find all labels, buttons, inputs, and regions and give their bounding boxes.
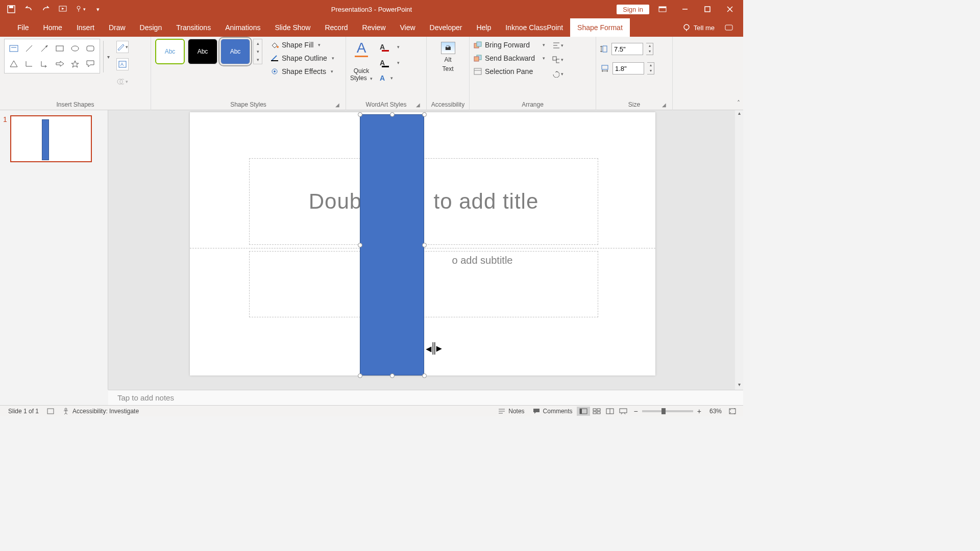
selection-pane-button[interactable]: Selection Pane bbox=[474, 67, 545, 76]
tab-classpoint[interactable]: Inknoe ClassPoint bbox=[498, 18, 570, 37]
tab-slideshow[interactable]: Slide Show bbox=[267, 18, 317, 37]
selection-handle-e[interactable] bbox=[422, 243, 427, 247]
tab-animations[interactable]: Animations bbox=[218, 18, 267, 37]
align-button[interactable]: ▾ bbox=[552, 41, 564, 50]
tab-insert[interactable]: Insert bbox=[69, 18, 102, 37]
tab-review[interactable]: Review bbox=[355, 18, 393, 37]
tab-shape-format[interactable]: Shape Format bbox=[570, 18, 630, 37]
triangle-shape-icon[interactable] bbox=[7, 57, 21, 71]
rounded-rect-shape-icon[interactable] bbox=[83, 41, 97, 56]
tab-record[interactable]: Record bbox=[317, 18, 355, 37]
tab-home[interactable]: Home bbox=[36, 18, 69, 37]
style-preset-2[interactable]: Abc bbox=[188, 39, 217, 64]
comments-toggle[interactable]: Comments bbox=[529, 408, 577, 415]
vertical-scrollbar[interactable]: ▴ ▾ bbox=[735, 110, 743, 390]
text-outline-button[interactable]: A▾ bbox=[378, 58, 400, 67]
touch-mode-icon[interactable]: ▾ bbox=[76, 4, 86, 14]
height-spinner[interactable]: ▴▾ bbox=[646, 43, 653, 55]
selection-handle-nw[interactable] bbox=[358, 112, 362, 117]
zoom-slider[interactable] bbox=[642, 410, 693, 412]
minimize-icon[interactable] bbox=[676, 2, 694, 16]
fit-to-window-icon[interactable] bbox=[726, 407, 739, 416]
sign-in-button[interactable]: Sign in bbox=[617, 5, 649, 14]
rectangle-shape-icon[interactable] bbox=[53, 41, 67, 56]
tab-developer[interactable]: Developer bbox=[423, 18, 470, 37]
elbow-arrow-connector-icon[interactable] bbox=[37, 57, 52, 71]
shape-styles-more[interactable]: ▴▾▾ bbox=[253, 39, 262, 64]
tab-transitions[interactable]: Transitions bbox=[169, 18, 218, 37]
merge-shapes-icon[interactable]: ▾ bbox=[116, 76, 129, 88]
line-arrow-shape-icon[interactable] bbox=[37, 41, 52, 56]
shape-width-input[interactable] bbox=[612, 62, 644, 74]
undo-icon[interactable] bbox=[23, 4, 34, 14]
shape-styles-dialog-launcher-icon[interactable]: ◢ bbox=[334, 102, 340, 108]
customize-qat-icon[interactable]: ▾ bbox=[93, 4, 103, 14]
shape-height-input[interactable] bbox=[611, 43, 643, 55]
selection-handle-sw[interactable] bbox=[358, 373, 362, 378]
arrow-right-shape-icon[interactable] bbox=[53, 57, 67, 71]
size-dialog-launcher-icon[interactable]: ◢ bbox=[661, 102, 667, 108]
text-fill-button[interactable]: A▾ bbox=[378, 42, 400, 52]
text-box-button-icon[interactable]: A bbox=[116, 58, 129, 70]
slideshow-view-icon[interactable] bbox=[617, 407, 630, 416]
alt-text-button[interactable]: 🏔 Alt Text bbox=[441, 39, 455, 72]
selection-handle-se[interactable] bbox=[422, 373, 427, 378]
tell-me-search[interactable]: Tell me bbox=[682, 23, 715, 32]
zoom-out-icon[interactable]: − bbox=[634, 407, 638, 415]
zoom-level[interactable]: 63% bbox=[705, 408, 726, 415]
tab-file[interactable]: File bbox=[10, 18, 36, 37]
edit-shape-icon[interactable]: ▾ bbox=[116, 41, 129, 53]
shapes-gallery-more[interactable]: ▾ bbox=[103, 41, 113, 72]
tab-view[interactable]: View bbox=[393, 18, 423, 37]
style-preset-3[interactable]: Abc bbox=[220, 39, 250, 64]
group-objects-button[interactable]: ▾ bbox=[552, 55, 564, 64]
thumbnail-1[interactable] bbox=[10, 115, 92, 162]
zoom-in-icon[interactable]: + bbox=[697, 407, 701, 415]
wordart-dialog-launcher-icon[interactable]: ◢ bbox=[415, 102, 421, 108]
normal-view-icon[interactable] bbox=[577, 407, 590, 416]
style-preset-1[interactable]: Abc bbox=[155, 39, 185, 64]
bring-forward-button[interactable]: Bring Forward ▾ bbox=[474, 41, 545, 49]
status-language-icon[interactable] bbox=[43, 408, 58, 415]
notes-pane[interactable]: Tap to add notes bbox=[108, 390, 743, 405]
shape-effects-button[interactable]: Shape Effects▾ bbox=[271, 67, 334, 76]
tab-help[interactable]: Help bbox=[469, 18, 498, 37]
shape-fill-button[interactable]: Shape Fill▾ bbox=[271, 41, 334, 49]
close-icon[interactable] bbox=[721, 2, 739, 16]
reading-view-icon[interactable] bbox=[603, 407, 617, 416]
share-icon[interactable] bbox=[720, 20, 738, 35]
rotate-button[interactable]: ▾ bbox=[552, 69, 564, 79]
send-backward-button[interactable]: Send Backward ▾ bbox=[474, 54, 545, 62]
shape-outline-button[interactable]: Shape Outline▾ bbox=[271, 54, 334, 62]
slide[interactable]: Doubl to add title o add subtitle ◂║▸ bbox=[190, 112, 655, 375]
textbox-shape-icon[interactable] bbox=[7, 41, 21, 56]
line-shape-icon[interactable] bbox=[22, 41, 36, 56]
selection-handle-s[interactable] bbox=[390, 373, 395, 378]
quick-styles-button[interactable]: A bbox=[351, 41, 372, 63]
ribbon-display-options-icon[interactable] bbox=[653, 2, 672, 16]
slide-canvas[interactable]: Doubl to add title o add subtitle ◂║▸ ▴ … bbox=[108, 110, 743, 390]
oval-shape-icon[interactable] bbox=[68, 41, 82, 56]
maximize-icon[interactable] bbox=[698, 2, 717, 16]
tab-design[interactable]: Design bbox=[133, 18, 169, 37]
accessibility-status[interactable]: Accessibility: Investigate bbox=[58, 408, 143, 415]
save-icon[interactable] bbox=[6, 4, 16, 14]
selection-handle-ne[interactable] bbox=[422, 112, 427, 117]
slide-sorter-view-icon[interactable] bbox=[590, 407, 603, 416]
selection-handle-w[interactable] bbox=[358, 243, 362, 247]
tab-draw[interactable]: Draw bbox=[102, 18, 133, 37]
selected-rectangle-shape[interactable] bbox=[360, 114, 424, 375]
redo-icon[interactable] bbox=[41, 4, 51, 14]
elbow-connector-icon[interactable] bbox=[22, 57, 36, 71]
star-shape-icon[interactable] bbox=[68, 57, 82, 71]
collapse-ribbon-icon[interactable]: ˄ bbox=[737, 99, 740, 107]
slide-thumbnails-panel[interactable]: 1 bbox=[0, 110, 108, 390]
selection-handle-n[interactable] bbox=[390, 112, 395, 117]
scroll-down-icon[interactable]: ▾ bbox=[735, 382, 743, 390]
notes-toggle[interactable]: Notes bbox=[494, 408, 528, 415]
slide-counter[interactable]: Slide 1 of 1 bbox=[4, 408, 43, 415]
text-effects-button[interactable]: A▾ bbox=[378, 73, 400, 83]
callout-shape-icon[interactable] bbox=[83, 57, 97, 71]
shapes-gallery[interactable] bbox=[4, 39, 100, 73]
shape-styles-gallery[interactable]: Abc Abc Abc ▴▾▾ bbox=[155, 39, 262, 64]
